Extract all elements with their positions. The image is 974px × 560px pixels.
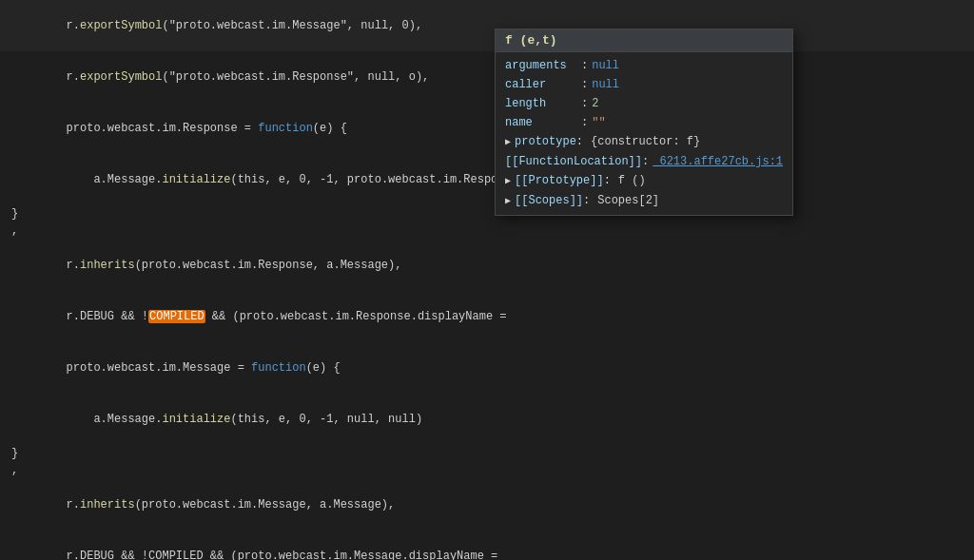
popup-row-length: length : 2 [496, 94, 792, 113]
popup-val-length: 2 [592, 95, 598, 112]
editor-container: r.exportSymbol("proto.webcast.im.Message… [0, 0, 974, 560]
popup-key-name: name [505, 114, 581, 131]
scopes-expand-arrow [505, 193, 511, 210]
popup-row-scopes[interactable]: [[Scopes]] : Scopes[2] [496, 191, 792, 211]
popup-title: f (e,t) [496, 29, 792, 52]
code-line-13: r.inherits(proto.webcast.im.Message, a.M… [0, 479, 974, 531]
popup-row-name: name : "" [496, 113, 792, 132]
popup-row-prototype[interactable]: prototype : {constructor: f} [496, 132, 792, 152]
popup-key-arguments: arguments [505, 57, 581, 74]
popup-key-length: length [505, 95, 581, 112]
prototype-expand-arrow [505, 134, 511, 151]
popup-row-arguments: arguments : null [496, 56, 792, 75]
code-line-10: a.Message.initialize(this, e, 0, -1, nul… [0, 394, 974, 445]
popup-val-prototype: {constructor: f} [591, 133, 700, 150]
popup-row-functionlocation[interactable]: [[FunctionLocation]] : 6213.affe27cb.js:… [496, 152, 792, 171]
popup-body: arguments : null caller : null length : … [496, 52, 792, 215]
popup-val-caller: null [592, 76, 619, 93]
code-line-7: r.inherits(proto.webcast.im.Response, a.… [0, 240, 974, 291]
popup-key-proto: [[Prototype]] [515, 172, 604, 189]
popup-row-caller: caller : null [496, 75, 792, 94]
code-line-2: r.exportSymbol("proto.webcast.im.Respons… [0, 51, 974, 103]
code-line-8: r.DEBUG && !COMPILED && (proto.webcast.i… [0, 291, 974, 342]
code-line-9: proto.webcast.im.Message = function(e) { [0, 342, 974, 394]
code-line-11: } [0, 445, 974, 462]
debug-popup: f (e,t) arguments : null caller : null l… [495, 29, 793, 216]
code-line-6: , [0, 222, 974, 240]
popup-val-arguments: null [592, 57, 619, 74]
code-area[interactable]: r.exportSymbol("proto.webcast.im.Message… [0, 0, 974, 560]
compiled-highlight: COMPILED [148, 310, 205, 323]
popup-key-caller: caller [505, 76, 581, 93]
code-line-12: , [0, 462, 974, 479]
code-line-1: r.exportSymbol("proto.webcast.im.Message… [0, 0, 974, 51]
proto-expand-arrow [505, 173, 511, 190]
code-line-14: r.DEBUG && !COMPILED && (proto.webcast.i… [0, 531, 974, 560]
code-line-4: a.Message.initialize(this, e, 0, -1, pro… [0, 154, 974, 205]
popup-val-scopes: Scopes[2] [597, 192, 659, 209]
popup-key-functionlocation: [[FunctionLocation]] [505, 153, 642, 170]
popup-val-functionlocation[interactable]: 6213.affe27cb.js:1 [653, 153, 783, 170]
popup-val-name: "" [592, 114, 605, 131]
popup-key-scopes: [[Scopes]] [515, 192, 583, 209]
popup-row-proto[interactable]: [[Prototype]] : f () [496, 171, 792, 191]
popup-val-proto: f () [618, 172, 646, 189]
popup-key-prototype: prototype [515, 133, 576, 150]
code-line-5: } [0, 205, 974, 222]
code-line-3: proto.webcast.im.Response = function(e) … [0, 103, 974, 154]
